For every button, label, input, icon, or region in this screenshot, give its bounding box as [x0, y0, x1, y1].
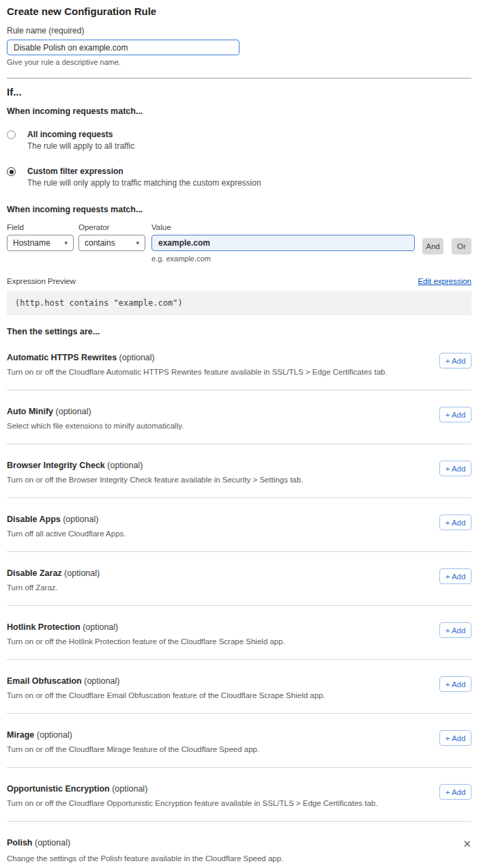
setting-disable-zaraz: Disable Zaraz (optional) Turn off Zaraz.… [7, 552, 471, 606]
setting-title: Automatic HTTPS Rewrites (optional) [7, 353, 388, 362]
value-input[interactable] [151, 235, 415, 251]
setting-title: Mirage (optional) [7, 730, 259, 740]
setting-disable-apps: Disable Apps (optional) Turn off all act… [7, 498, 471, 552]
setting-title: Browser Integrity Check (optional) [7, 461, 303, 470]
expression-builder-heading: When incoming requests match... [7, 205, 471, 214]
chevron-down-icon: ▾ [64, 240, 68, 246]
optional-suffix: (optional) [117, 353, 155, 362]
rule-name-label: Rule name (required) [7, 26, 471, 35]
value-label: Value [151, 223, 415, 231]
page-title: Create new Configuration Rule [7, 5, 471, 17]
optional-suffix: (optional) [81, 622, 119, 632]
optional-suffix: (optional) [34, 730, 72, 740]
expression-builder-row: Field Hostname ▾ Operator contains ▾ Val… [7, 223, 471, 263]
expression-preview-code: (http.host contains "example.com") [7, 291, 471, 315]
setting-description: Turn off all active Cloudflare Apps. [7, 530, 126, 538]
setting-email-obfuscation: Email Obfuscation (optional) Turn on or … [7, 660, 471, 714]
edit-expression-link[interactable]: Edit expression [418, 277, 471, 285]
optional-suffix: (optional) [33, 838, 71, 848]
then-settings-heading: Then the settings are... [7, 327, 471, 336]
setting-description: Change the settings of the Polish featur… [7, 854, 471, 863]
setting-automatic-https-rewrites: Automatic HTTPS Rewrites (optional) Turn… [7, 336, 471, 390]
field-label: Field [7, 223, 74, 231]
add-button[interactable]: + Add [439, 407, 471, 422]
add-button[interactable]: + Add [439, 784, 471, 800]
setting-browser-integrity-check: Browser Integrity Check (optional) Turn … [7, 444, 471, 498]
rule-name-input[interactable] [7, 40, 239, 55]
or-button[interactable]: Or [452, 238, 471, 255]
radio-option-all-incoming-requests[interactable]: All incoming requests The rule will appl… [7, 130, 471, 151]
optional-suffix: (optional) [105, 461, 143, 470]
setting-title: Disable Apps (optional) [7, 515, 126, 524]
setting-title: Hotlink Protection (optional) [7, 622, 285, 632]
setting-polish-expanded: Polish (optional) ✕ Change the settings … [7, 822, 471, 868]
setting-mirage: Mirage (optional) Turn on or off the Clo… [7, 714, 471, 768]
add-button[interactable]: + Add [439, 353, 471, 368]
configuration-rule-form: Create new Configuration Rule Rule name … [0, 5, 481, 868]
radio-label: All incoming requests [27, 130, 134, 139]
optional-suffix: (optional) [61, 515, 99, 524]
setting-title: Polish (optional) [7, 838, 70, 848]
setting-auto-minify: Auto Minify (optional) Select which file… [7, 390, 471, 444]
setting-title: Email Obfuscation (optional) [7, 676, 325, 686]
radio-label: Custom filter expression [27, 167, 261, 176]
setting-description: Turn on or off the Cloudflare Automatic … [7, 368, 388, 376]
setting-title: Disable Zaraz (optional) [7, 568, 100, 578]
radio-description: The rule will apply to all traffic [27, 141, 134, 151]
setting-description: Turn on or off the Cloudflare Opportunis… [7, 799, 378, 807]
add-button[interactable]: + Add [439, 461, 471, 476]
operator-select[interactable]: contains ▾ [78, 235, 145, 251]
optional-suffix: (optional) [62, 568, 100, 578]
operator-label: Operator [78, 223, 145, 231]
setting-description: Turn on or off the Cloudflare Mirage fea… [7, 745, 259, 753]
add-button[interactable]: + Add [439, 676, 471, 692]
setting-description: Turn on or off the Browser Integrity Che… [7, 476, 303, 484]
add-button[interactable]: + Add [439, 568, 471, 584]
setting-description: Select which file extensions to minify a… [7, 422, 184, 430]
add-button[interactable]: + Add [439, 622, 471, 638]
optional-suffix: (optional) [53, 407, 91, 416]
add-button[interactable]: + Add [439, 515, 471, 530]
setting-opportunistic-encryption: Opportunistic Encryption (optional) Turn… [7, 768, 471, 822]
expression-preview-label: Expression Preview [7, 277, 76, 285]
incoming-requests-match-heading: When incoming requests match... [7, 106, 471, 116]
setting-title: Auto Minify (optional) [7, 407, 184, 416]
operator-select-value: contains [85, 238, 115, 248]
optional-suffix: (optional) [110, 784, 148, 794]
setting-hotlink-protection: Hotlink Protection (optional) Turn on or… [7, 606, 471, 660]
optional-suffix: (optional) [82, 676, 120, 686]
chevron-down-icon: ▾ [136, 240, 139, 246]
close-icon[interactable]: ✕ [463, 839, 471, 849]
radio-selected-icon[interactable] [7, 167, 16, 176]
field-select-value: Hostname [13, 238, 50, 248]
radio-unselected-icon[interactable] [7, 130, 16, 139]
top-divider [7, 78, 471, 78]
if-heading: If... [7, 86, 471, 98]
add-button[interactable]: + Add [439, 730, 471, 746]
field-select[interactable]: Hostname ▾ [7, 235, 74, 251]
setting-description: Turn on or off the Cloudflare Email Obfu… [7, 691, 325, 699]
setting-description: Turn off Zaraz. [7, 583, 100, 592]
rule-name-helper: Give your rule a descriptive name. [7, 58, 471, 66]
and-button[interactable]: And [422, 238, 443, 255]
value-hint: e.g. example.com [151, 255, 415, 263]
radio-option-custom-filter-expression[interactable]: Custom filter expression The rule will o… [7, 167, 471, 188]
setting-description: Turn on or off the Hotlink Protection fe… [7, 637, 285, 646]
radio-description: The rule will only apply to traffic matc… [27, 178, 261, 188]
setting-title: Opportunistic Encryption (optional) [7, 784, 378, 794]
